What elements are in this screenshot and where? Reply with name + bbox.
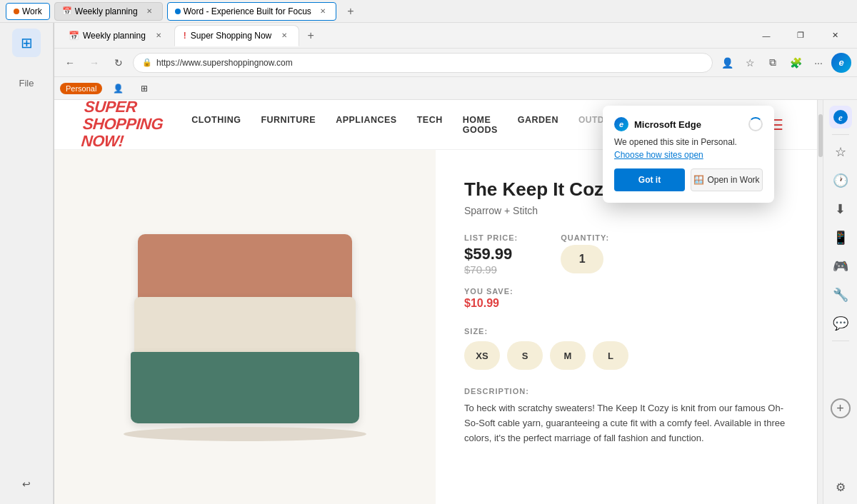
taskbar-word-close[interactable]: ✕ [317, 6, 329, 17]
forward-btn[interactable]: → [84, 53, 104, 73]
got-it-button[interactable]: Got it [614, 168, 685, 191]
nav-tech[interactable]: TECH [417, 115, 443, 135]
product-layout: The Keep It Cozy Sweater Sparrow + Stitc… [54, 150, 817, 504]
browser-restore-btn[interactable]: ❐ [784, 24, 817, 47]
tab-weekly-favicon: 📅 [69, 31, 79, 41]
profile-chip-label: Personal [66, 84, 96, 93]
save-amount: $10.99 [464, 297, 788, 310]
favorites-icon[interactable]: ☆ [740, 53, 760, 73]
more-menu-icon[interactable]: ··· [808, 53, 828, 73]
tab-grid-btn[interactable]: ⊞ [134, 81, 154, 96]
sweater-bot-layer [131, 352, 359, 423]
profile-switch-btn[interactable]: 👤 [106, 81, 130, 96]
sweater-top-layer [138, 234, 352, 306]
sidebar-tools-icon[interactable]: 🔧 [829, 283, 852, 306]
logo-line2: SHOPPING [82, 115, 164, 133]
taskbar-word[interactable]: Word - Experience Built for Focus ✕ [167, 2, 336, 21]
size-xs[interactable]: XS [464, 341, 500, 370]
tab-weekly-planning[interactable]: 📅 Weekly planning ✕ [60, 26, 173, 46]
sidebar-divider-2 [832, 341, 849, 341]
refresh-btn[interactable]: ↻ [109, 53, 129, 73]
product-image-area [54, 150, 436, 504]
taskbar-word-label: Word - Experience Built for Focus [184, 6, 311, 16]
address-text: https://www.supershoppingnow.com [156, 58, 293, 68]
scrollbar[interactable] [817, 100, 823, 504]
sidebar-chat-icon[interactable]: 💬 [829, 312, 852, 335]
site-logo: SUPER SHOPPING NOW! [81, 100, 165, 151]
nav-home-goods[interactable]: HOME GOODS [463, 115, 498, 135]
sidebar-apps-icon[interactable]: 📱 [829, 226, 852, 249]
edge-copilot-sidebar-icon[interactable]: e [829, 106, 852, 128]
sidebar-games-icon[interactable]: 🎮 [829, 255, 852, 278]
tab-weekly-label: Weekly planning [83, 31, 146, 41]
current-price: $59.99 [464, 245, 518, 263]
tab-super-shopping[interactable]: ! Super Shopping Now ✕ [174, 25, 299, 46]
nav-appliances[interactable]: APPLIANCES [336, 115, 397, 135]
os-taskbar: Work 📅 Weekly planning ✕ Word - Experien… [0, 0, 857, 23]
browser-close-btn[interactable]: ✕ [818, 24, 851, 47]
nav-garden[interactable]: GARDEN [518, 115, 558, 135]
browser-content: SUPER SHOPPING NOW! CLOTHING FURNITURE A… [54, 100, 857, 504]
popup-message: We opened this site in Personal. [614, 137, 763, 147]
size-s[interactable]: S [507, 341, 543, 370]
sidebar-add-btn[interactable]: + [831, 398, 851, 418]
os-left-sidebar: ⊞ File ↩ [0, 23, 54, 504]
browser-minimize-btn[interactable]: — [750, 24, 783, 47]
tab-weekly-close[interactable]: ✕ [153, 30, 164, 41]
quantity-selector[interactable]: 1 [561, 245, 603, 273]
taskbar-weekly-label: Weekly planning [75, 6, 138, 16]
browser-new-tab-btn[interactable]: + [301, 26, 321, 46]
work-icon: 🪟 [693, 175, 704, 185]
taskbar-weekly-planning[interactable]: 📅 Weekly planning ✕ [54, 2, 163, 21]
product-detail: The Keep It Cozy Sweater Sparrow + Stitc… [436, 150, 817, 504]
desc-row: DESCRIPTION: To heck with scratchy sweat… [464, 387, 788, 445]
os-file-btn[interactable]: File [12, 69, 41, 97]
os-undo-btn[interactable]: ↩ [12, 470, 41, 498]
save-row: YOU SAVE: $10.99 [464, 287, 788, 310]
scrollbar-thumb[interactable] [818, 114, 823, 157]
favorites-bar: Personal 👤 ⊞ [54, 77, 857, 100]
nav-furniture[interactable]: FURNITURE [261, 115, 316, 135]
quantity-label: QUANTITY: [561, 233, 609, 242]
tab-shopping-exclaim: ! [184, 31, 186, 41]
taskbar-weekly-favicon: 📅 [62, 6, 72, 16]
tab-shopping-label: Super Shopping Now [191, 31, 271, 41]
nav-clothing[interactable]: CLOTHING [191, 115, 241, 135]
taskbar-weekly-close[interactable]: ✕ [144, 6, 155, 17]
size-m[interactable]: M [550, 341, 586, 370]
size-row: SIZE: XS S M L [464, 327, 788, 370]
popup-buttons: Got it 🪟 Open in Work [614, 168, 763, 191]
profile-icon-fav: 👤 [113, 84, 124, 94]
taskbar-work-item[interactable]: Work [6, 3, 50, 20]
tab-grid-icon: ⊞ [141, 84, 148, 94]
description-text: To heck with scratchy sweaters! The Keep… [464, 401, 788, 445]
word-dot [175, 9, 181, 14]
address-bar[interactable]: 🔒 https://www.supershoppingnow.com [133, 53, 713, 73]
open-in-work-button[interactable]: 🪟 Open in Work [691, 168, 763, 191]
edge-copilot-icon[interactable]: e [831, 53, 851, 73]
tab-shopping-close[interactable]: ✕ [279, 30, 290, 41]
lock-icon: 🔒 [142, 58, 152, 67]
sidebar-settings-btn[interactable]: ⚙ [829, 475, 852, 498]
browser-titlebar: 📅 Weekly planning ✕ ! Super Shopping Now… [54, 23, 857, 49]
extensions-icon[interactable]: 🧩 [786, 53, 806, 73]
collections-icon[interactable]: ⧉ [763, 53, 783, 73]
profile-icon[interactable]: 👤 [717, 53, 737, 73]
taskbar-add-tab[interactable]: + [341, 1, 361, 21]
product-brand: Sparrow + Stitch [464, 205, 788, 216]
size-l[interactable]: L [593, 341, 628, 370]
profile-chip[interactable]: Personal [60, 83, 102, 94]
work-dot [14, 9, 19, 14]
popup-choose-link[interactable]: Choose how sites open [614, 150, 763, 160]
description-label: DESCRIPTION: [464, 387, 788, 395]
os-apps-grid-btn[interactable]: ⊞ [12, 29, 41, 57]
back-btn[interactable]: ← [60, 53, 80, 73]
browser-window-controls: — ❐ ✕ [750, 24, 851, 47]
sidebar-downloads-icon[interactable]: ⬇ [829, 198, 852, 221]
size-options: XS S M L [464, 341, 788, 370]
sweater-shelf [124, 427, 366, 441]
sidebar-history-icon[interactable]: 🕐 [829, 169, 852, 192]
list-price-label: LIST PRICE: [464, 233, 518, 242]
product-price-row: LIST PRICE: $59.99 $70.99 QUANTITY: 1 [464, 233, 788, 276]
sidebar-favorites-icon[interactable]: ☆ [829, 141, 852, 163]
